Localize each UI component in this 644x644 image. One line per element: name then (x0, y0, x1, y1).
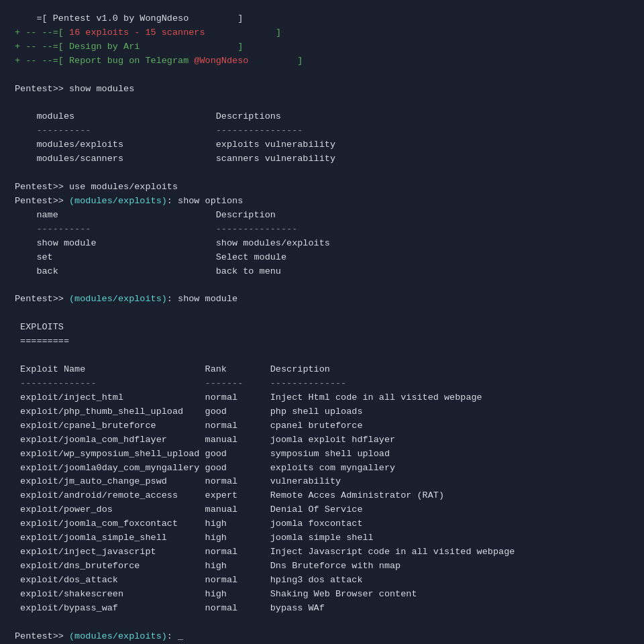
exploit-row-16: exploit/bypass_waf normal bypass WAf (15, 603, 325, 613)
header-line2: + -- --=[ 16 exploits - 15 scanners ] (15, 28, 281, 38)
exploit-row-15: exploit/shakescreen high Shaking Web Bro… (15, 589, 417, 599)
exploits-equals: ========= (15, 336, 69, 346)
exploit-row-7: exploit/jm_auto_change_pswd normal vulne… (15, 476, 341, 486)
exploit-row-13: exploit/dns_bruteforce high Dns Brutefor… (15, 561, 400, 571)
terminal-output: =[ Pentest v1.0 by WongNdeso ] + -- --=[… (15, 12, 629, 643)
header-line3: + -- --=[ Design by Ari ] (15, 42, 243, 52)
exploit-row-14: exploit/dos_attack normal hping3 dos att… (15, 575, 363, 585)
exploit-row-5: exploit/wp_symposium_shell_upload good s… (15, 449, 390, 459)
header-line4: + -- --=[ Report bug on Telegram @WongNd… (15, 56, 303, 66)
use-cmd: Pentest>> use modules/exploits (15, 182, 178, 192)
show-options-cmd: Pentest>> (modules/exploits): show optio… (15, 196, 243, 206)
exploit-row-10: exploit/joomla_com_foxcontact high jooml… (15, 519, 363, 529)
exploits-table-headers: Exploit Name Rank Description ----------… (15, 364, 346, 388)
exploit-row-8: exploit/android/remote_access expert Rem… (15, 490, 444, 500)
exploit-row-12: exploit/inject_javascript normal Inject … (15, 547, 515, 557)
exploit-row-3: exploit/cpanel_bruteforce normal cpanel … (15, 421, 363, 431)
exploit-row-9: exploit/power_dos manual Denial Of Servi… (15, 504, 363, 515)
header-line1: =[ Pentest v1.0 by WongNdeso ] (15, 13, 243, 23)
exploit-row-2: exploit/php_thumb_shell_upload good php … (15, 407, 363, 417)
exploit-row-4: exploit/joomla_com_hdflayer manual jooml… (15, 435, 395, 445)
exploit-row-6: exploit/joomla0day_com_myngallery good e… (15, 463, 395, 473)
show-module-cmd: Pentest>> (modules/exploits): show modul… (15, 294, 237, 304)
modules-table-header: modules Descriptions ---------- --------… (15, 111, 335, 164)
bottom-prompt[interactable]: Pentest>> (modules/exploits): _ (15, 631, 183, 641)
exploit-row-1: exploit/inject_html normal Inject Html c… (15, 392, 482, 402)
exploits-title: EXPLOITS (15, 322, 64, 332)
show-modules-cmd: Pentest>> show modules (15, 84, 134, 94)
exploit-row-11: exploit/joomla_simple_shell high joomla … (15, 533, 374, 543)
options-table: name Description ---------- ------------… (15, 210, 330, 276)
